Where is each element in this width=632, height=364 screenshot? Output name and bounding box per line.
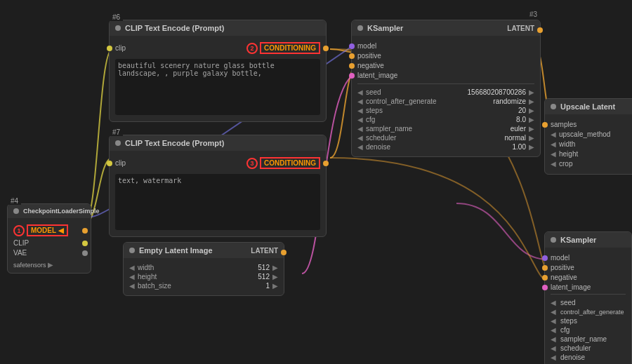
latent-width-value: 512: [197, 264, 270, 271]
ksampler2-latent-port[interactable]: [542, 285, 548, 290]
vae-output-row: VAE: [13, 249, 85, 257]
ksampler2-positive-port[interactable]: [542, 265, 548, 271]
cfg-right-arrow[interactable]: ▶: [529, 116, 534, 123]
checkpoint-arrow[interactable]: ▶: [48, 261, 53, 269]
ksampler-node-2: KSampler model positive negative latent_…: [544, 231, 632, 364]
sampler-row: ◀ sampler_name euler ▶: [357, 125, 534, 133]
clip-port[interactable]: [82, 241, 88, 246]
upscale-width-arrow-left[interactable]: ◀: [551, 140, 556, 148]
vae-port[interactable]: [82, 250, 88, 256]
ksampler1-positive-row: positive: [357, 52, 534, 60]
clip2-header: CLIP Text Encode (Prompt): [110, 135, 326, 151]
scheduler-left-arrow[interactable]: ◀: [357, 134, 363, 142]
ksampler1-latent-row: latent_image: [357, 72, 534, 79]
denoise-left-arrow[interactable]: ◀: [357, 143, 363, 151]
latent-width-left[interactable]: ◀: [129, 264, 135, 271]
clip-output-row: CLIP: [13, 239, 85, 247]
node-id-6: #6: [110, 13, 123, 21]
clip2-dot: [115, 140, 121, 146]
latent-batch-left[interactable]: ◀: [129, 282, 135, 290]
control-right-arrow[interactable]: ▶: [529, 97, 534, 105]
seed-label: seed: [366, 88, 422, 96]
clip1-in-port[interactable]: [107, 46, 112, 51]
latent-height-left[interactable]: ◀: [129, 273, 135, 281]
upscale-method-arrow-left[interactable]: ◀: [551, 130, 556, 138]
cfg-left-arrow[interactable]: ◀: [357, 116, 363, 123]
clip2-in-label: clip: [115, 159, 126, 167]
seed-right-arrow[interactable]: ▶: [529, 88, 534, 96]
ksampler1-negative-port[interactable]: [349, 63, 355, 69]
control-left-arrow[interactable]: ◀: [357, 97, 363, 105]
denoise-label: denoise: [366, 143, 422, 151]
sampler-left-arrow[interactable]: ◀: [357, 125, 363, 133]
sampler-label: sampler_name: [366, 125, 422, 133]
upscale-node: Upscale Latent samples ◀ upscale_method …: [544, 98, 632, 175]
clip1-out-port[interactable]: [323, 46, 329, 51]
scheduler-value: normal: [425, 134, 526, 142]
clip2-text[interactable]: text, watermark: [115, 174, 320, 230]
clip1-title: CLIP Text Encode (Prompt): [125, 24, 224, 32]
upscale-crop-arrow-left[interactable]: ◀: [551, 160, 556, 168]
clip1-conditioning: CONDITIONING: [260, 42, 320, 54]
denoise-row: ◀ denoise 1.00 ▶: [357, 143, 534, 151]
ksampler2-model-port[interactable]: [542, 255, 548, 261]
checkpoint-value: safetensors: [13, 262, 46, 269]
ksampler2-cfg-row: ◀ cfg: [551, 326, 626, 334]
ksampler1-model-port[interactable]: [349, 43, 355, 49]
node-canvas: #4 CheckpointLoaderSimple 1 MODEL ◀ CLIP…: [0, 0, 632, 364]
cfg-label: cfg: [366, 116, 422, 123]
model-badge: MODEL ◀: [27, 224, 68, 236]
ksampler1-model-row: model: [357, 42, 534, 50]
scheduler-label: scheduler: [366, 134, 422, 142]
clip2-in-port[interactable]: [107, 161, 112, 166]
scheduler-right-arrow[interactable]: ▶: [529, 134, 534, 142]
ksampler1-latent-in-port[interactable]: [349, 73, 355, 79]
clip1-dot: [115, 25, 121, 31]
seed-left-arrow[interactable]: ◀: [357, 88, 363, 96]
ksampler1-latent-port[interactable]: [537, 27, 543, 33]
ksampler1-title: KSampler: [367, 24, 403, 32]
ksampler2-denoise-row: ◀ denoise: [551, 353, 626, 361]
clip1-input-row: clip 2 CONDITIONING: [115, 42, 320, 54]
steps-right-arrow[interactable]: ▶: [529, 107, 534, 114]
upscale-height-row: ◀ height: [551, 150, 632, 158]
steps-row: ◀ steps 20 ▶: [357, 107, 534, 114]
model-port[interactable]: [82, 228, 88, 234]
latent-height-label: height: [138, 273, 194, 281]
latent-height-right[interactable]: ▶: [272, 273, 278, 281]
seed-value: 156680208700286: [425, 88, 526, 96]
ksampler2-scheduler-row: ◀ scheduler: [551, 344, 626, 352]
upscale-height-arrow-left[interactable]: ◀: [551, 150, 556, 158]
clip1-in-label: clip: [115, 44, 126, 52]
clip2-out-port[interactable]: [323, 161, 329, 166]
ksampler-node-1: #3 KSampler LATENT model positive negati…: [351, 20, 541, 157]
latent-batch-row: ◀ batch_size 1 ▶: [129, 282, 278, 290]
latent-out-port[interactable]: [281, 250, 287, 255]
node-id-7: #7: [110, 128, 123, 136]
ksampler2-header: KSampler: [545, 232, 631, 248]
cfg-row: ◀ cfg 8.0 ▶: [357, 116, 534, 123]
ksampler2-sampler-row: ◀ sampler_name: [551, 335, 626, 343]
upscale-title: Upscale Latent: [560, 102, 615, 111]
denoise-right-arrow[interactable]: ▶: [529, 143, 534, 151]
steps-left-arrow[interactable]: ◀: [357, 107, 363, 114]
clip-out-label: CLIP: [13, 239, 29, 247]
latent-output-label: LATENT: [251, 247, 278, 255]
upscale-crop-row: ◀ crop: [551, 160, 632, 168]
ksampler2-negative-port[interactable]: [542, 275, 548, 281]
upscale-samples-port[interactable]: [542, 122, 548, 128]
clip2-num: 3: [246, 158, 258, 169]
sampler-right-arrow[interactable]: ▶: [529, 125, 534, 133]
latent-node: Empty Latent Image LATENT ◀ width 512 ▶ …: [123, 242, 284, 296]
clip-node-1: #6 CLIP Text Encode (Prompt) clip 2 COND…: [109, 20, 327, 122]
ksampler1-positive-port[interactable]: [349, 53, 355, 59]
clip2-title: CLIP Text Encode (Prompt): [125, 139, 224, 147]
control-value: randomize: [440, 97, 526, 105]
clip1-text[interactable]: beautiful scenery nature glass bottle la…: [115, 59, 320, 115]
latent-batch-right[interactable]: ▶: [272, 282, 278, 290]
latent-title: Empty Latent Image: [139, 246, 213, 255]
latent-width-right[interactable]: ▶: [272, 264, 278, 271]
ksampler2-steps-row: ◀ steps: [551, 317, 626, 325]
checkpoint-content: 1 MODEL ◀ CLIP VAE safetensors ▶: [8, 218, 91, 273]
node-id-3: #3: [529, 11, 537, 18]
